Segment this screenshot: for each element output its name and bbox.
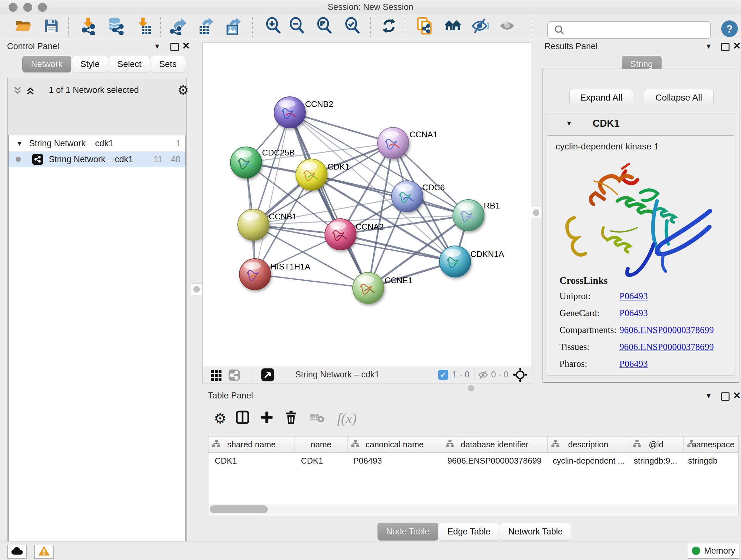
zoom-in-icon: [265, 17, 282, 37]
edge-CCNB2-CCNA1[interactable]: [290, 112, 393, 143]
zoom-out-button[interactable]: [288, 17, 307, 36]
left-splitter-handle[interactable]: [191, 284, 202, 295]
import-network-from-database-button[interactable]: [107, 17, 125, 36]
table-cell[interactable]: CDK1: [208, 452, 294, 469]
warnings-button[interactable]: [34, 545, 54, 559]
crosslink-link[interactable]: P06493: [619, 359, 648, 369]
import-table-button[interactable]: [134, 17, 152, 36]
node-RB1[interactable]: RB1: [453, 199, 500, 231]
undock-panel-icon[interactable]: [721, 43, 730, 51]
node-CDK1[interactable]: CDK1: [296, 159, 349, 190]
memory-button[interactable]: Memory: [688, 543, 739, 559]
node-CCNA1[interactable]: CCNA1: [378, 127, 437, 159]
node-label-CDC25B: CDC25B: [262, 148, 295, 158]
apply-function-button[interactable]: f(x): [329, 409, 364, 427]
delete-column-button[interactable]: [282, 409, 300, 427]
tab-edge-table[interactable]: Edge Table: [439, 523, 499, 541]
edge-CDK1-RB1[interactable]: [312, 175, 468, 215]
fit-content-crosshair-icon[interactable]: [513, 368, 528, 384]
network-canvas[interactable]: CCNB2CCNA1CDC25BCDK1CDC6RB1CCNB1CCNA2CDK…: [202, 43, 531, 367]
tab-sets[interactable]: Sets: [151, 56, 185, 72]
column-header-description[interactable]: description: [548, 436, 629, 452]
copy-network-button[interactable]: [415, 17, 434, 36]
tab-network-table[interactable]: Network Table: [500, 523, 571, 541]
network-row[interactable]: String Network – cdk1 11 48: [9, 151, 185, 167]
expand-all-networks-icon[interactable]: [25, 86, 35, 98]
help-button[interactable]: ?: [721, 20, 738, 37]
column-header-canonical-name[interactable]: canonical name: [347, 436, 442, 452]
table-cell[interactable]: stringdb: [682, 452, 738, 469]
column-label: database identifier: [461, 440, 529, 449]
close-panel-icon[interactable]: ×: [733, 43, 740, 49]
column-header-@id[interactable]: @id: [629, 436, 684, 452]
collapse-all-button[interactable]: Collapse All: [644, 89, 714, 106]
birdseye-view-icon[interactable]: [261, 368, 275, 384]
crosslink-link[interactable]: 9606.ENSP00000378699: [619, 325, 714, 335]
column-header-shared-name[interactable]: shared name: [208, 436, 295, 452]
import-network-button[interactable]: [79, 17, 98, 36]
crosslink-link[interactable]: P06493: [619, 291, 648, 301]
undock-panel-icon[interactable]: [171, 43, 179, 51]
edge-HIST1H1A-CCNE1[interactable]: [255, 274, 368, 288]
node-CDKN1A[interactable]: CDKN1A: [440, 246, 504, 277]
node-HIST1H1A[interactable]: HIST1H1A: [239, 259, 311, 290]
table-cell[interactable]: P06493: [347, 452, 441, 469]
save-session-button[interactable]: [42, 17, 61, 36]
export-image-button[interactable]: [224, 17, 243, 36]
collection-expander-icon[interactable]: ▾: [17, 139, 21, 148]
node-CDC25B[interactable]: CDC25B: [230, 147, 295, 178]
network-collection-row[interactable]: ▾ String Network – cdk1 1: [9, 135, 185, 151]
tab-node-table[interactable]: Node Table: [378, 523, 438, 541]
table-cell[interactable]: 9606.ENSP00000378699: [441, 452, 546, 469]
export-network-button[interactable]: [169, 17, 188, 36]
selected-checkbox-icon[interactable]: ✓: [438, 370, 448, 380]
zoom-in-button[interactable]: [264, 17, 283, 36]
gene-description: cyclin-dependent kinase 1: [556, 141, 659, 152]
delete-table-button[interactable]: [308, 409, 326, 427]
create-column-button[interactable]: [258, 409, 276, 427]
table-cell[interactable]: stringdb:9...: [627, 452, 682, 469]
table-options-button[interactable]: ⚙: [211, 409, 229, 427]
crosslink-link[interactable]: P06493: [619, 308, 648, 318]
results-panel-title: Results Panel: [544, 42, 598, 51]
tab-network[interactable]: Network: [22, 56, 71, 72]
close-panel-icon[interactable]: ×: [733, 392, 740, 398]
tab-select[interactable]: Select: [109, 56, 150, 72]
float-panel-icon[interactable]: ▾: [706, 391, 711, 401]
cloud-status-button[interactable]: [7, 545, 27, 559]
close-panel-icon[interactable]: ×: [183, 43, 190, 49]
edge-CCNB2-HIST1H1A[interactable]: [255, 112, 290, 274]
show-columns-button[interactable]: [233, 409, 252, 427]
open-session-button[interactable]: [14, 17, 32, 36]
search-input[interactable]: [547, 21, 711, 39]
float-panel-icon[interactable]: ▾: [155, 41, 159, 51]
horizontal-scrollbar[interactable]: [209, 504, 737, 514]
network-share-icon[interactable]: [228, 369, 240, 383]
undock-panel-icon[interactable]: [721, 392, 730, 401]
collapse-all-networks-icon[interactable]: [13, 86, 22, 98]
string-home-button[interactable]: [444, 17, 462, 36]
table-cell[interactable]: CDK1: [294, 452, 347, 469]
table-row[interactable]: CDK1CDK1P064939606.ENSP00000378699cyclin…: [208, 452, 738, 469]
zoom-fit-button[interactable]: [315, 17, 334, 36]
hide-selected-button[interactable]: [471, 17, 489, 36]
show-all-button[interactable]: [498, 17, 516, 36]
float-panel-icon[interactable]: ▾: [706, 41, 711, 51]
gene-expander-icon[interactable]: ▾: [567, 118, 571, 128]
column-header-database-identifier[interactable]: database identifier: [442, 436, 548, 452]
scrollbar-thumb[interactable]: [210, 505, 268, 513]
zoom-selected-button[interactable]: [343, 17, 362, 36]
tab-style[interactable]: Style: [72, 56, 108, 72]
network-list: ▾ String Network – cdk1 1 String Network…: [8, 135, 186, 560]
network-options-gear-icon[interactable]: ⚙: [178, 83, 189, 98]
node-label-CCNA2: CCNA2: [355, 222, 384, 232]
crosslink-link[interactable]: 9606.ENSP00000378699: [619, 341, 714, 352]
apply-layout-button[interactable]: [380, 17, 398, 36]
export-table-button[interactable]: [197, 17, 215, 36]
column-header-namespace[interactable]: namespace: [684, 436, 738, 452]
expand-all-button[interactable]: Expand All: [569, 89, 633, 106]
table-cell[interactable]: cyclin-dependent ...: [546, 452, 627, 469]
database-import-icon: [107, 17, 125, 37]
show-grid-icon[interactable]: [211, 370, 221, 381]
column-header-name[interactable]: name: [295, 436, 347, 452]
